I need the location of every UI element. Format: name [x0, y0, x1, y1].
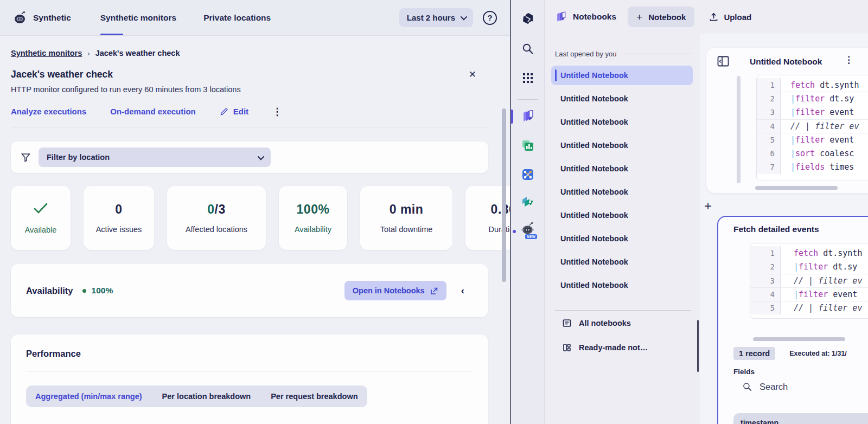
section-title[interactable]: Fetch detailed events [733, 224, 819, 234]
breadcrumb-current: Jacek's weather check [95, 49, 180, 57]
sidebar-section-label: Last opened by you [551, 50, 693, 58]
notebook-list-item[interactable]: Untitled Notebook [551, 159, 693, 178]
notebook-list-item[interactable]: Untitled Notebook [551, 112, 693, 132]
search-placeholder: Search [760, 382, 788, 392]
code-line[interactable]: 3| filter event [757, 106, 868, 119]
tab-synthetic-monitors[interactable]: Synthetic monitors [100, 13, 176, 23]
performance-title: Performance [26, 349, 473, 359]
notebook-list-item[interactable]: Untitled Notebook [551, 205, 693, 225]
dashboards-app-icon[interactable] [520, 138, 535, 153]
sidebar-scrollbar[interactable] [697, 320, 699, 372]
code-line[interactable]: 1fetch dt.synth [750, 246, 868, 260]
section-gutter-handle[interactable] [737, 76, 741, 183]
selected-section-card: Fetch detailed events 1fetch dt.synth2| … [717, 216, 868, 424]
monitor-subtitle: HTTP monitor configured to run every 60 … [11, 85, 499, 94]
stat-card-availability: 100%Availability [279, 186, 347, 250]
horizontal-scrollbar[interactable] [753, 337, 845, 341]
synthetic-content: Synthetic monitors › Jacek's weather che… [0, 49, 510, 424]
upload-icon [709, 12, 718, 22]
code-line[interactable]: 3// | filter ev [750, 274, 868, 287]
notebooks-app-icon[interactable] [520, 108, 535, 124]
collapse-sidebar-icon[interactable] [717, 56, 729, 69]
notebook-document-card: Untitled Notebook ⋮ 1fetch dt.synth2| fi… [706, 48, 868, 193]
notebook-list-item[interactable]: Untitled Notebook [551, 275, 693, 295]
open-in-notebooks-button[interactable]: Open in Notebooks [344, 281, 446, 300]
on-demand-execution-button[interactable]: On-demand execution [110, 107, 196, 116]
notebook-list-item[interactable]: Untitled Notebook [551, 229, 693, 248]
section-label-rule [624, 54, 692, 54]
dynatrace-logo-icon[interactable] [520, 11, 535, 26]
dql-editor[interactable]: 1fetch dt.synth2| filter dt.sy3| filter … [756, 75, 868, 181]
notebook-list-item[interactable]: Untitled Notebook [551, 136, 693, 155]
notebook-content: Untitled Notebook ⋮ 1fetch dt.synth2| fi… [700, 34, 868, 424]
check-icon [33, 202, 48, 214]
more-options-kebab[interactable]: ⋮ [272, 108, 282, 115]
workflows-app-icon[interactable] [520, 167, 535, 182]
code-line[interactable]: 6| sort coalesc [757, 146, 868, 160]
chevron-down-icon [258, 153, 265, 160]
clouds-app-icon[interactable] [520, 194, 535, 209]
collapse-chevron[interactable]: ‹ [461, 285, 464, 297]
executed-at-text: Executed at: 1/31/ [789, 350, 847, 357]
vertical-scrollbar[interactable] [502, 108, 506, 282]
breadcrumb-link[interactable]: Synthetic monitors [11, 49, 82, 57]
app-root: Synthetic Synthetic monitorsPrivate loca… [0, 0, 868, 424]
synthetic-tabs: Synthetic monitorsPrivate locations [100, 13, 271, 23]
synthetic-header: Synthetic Synthetic monitorsPrivate loca… [0, 0, 510, 36]
search-icon[interactable] [520, 41, 535, 56]
code-line[interactable]: 7| fields times [757, 160, 868, 174]
template-icon [562, 343, 572, 352]
upload-button[interactable]: Upload [709, 12, 751, 22]
app-rail: NEW [511, 0, 545, 424]
app-grid-icon[interactable] [520, 70, 535, 86]
notebooks-header: Notebooks + Notebook Upload [545, 0, 868, 34]
notebook-list-item[interactable]: Untitled Notebook [551, 182, 693, 202]
timeframe-selector[interactable]: Last 2 hours [399, 8, 473, 27]
add-section-button[interactable]: + [704, 200, 712, 213]
code-line[interactable]: 4// | filter ev [757, 119, 868, 133]
filter-bar: Filter by location [11, 142, 488, 173]
dql-editor[interactable]: 1fetch dt.synth2| filter dt.sy3// | filt… [750, 243, 868, 319]
notebook-list: Untitled NotebookUntitled NotebookUntitl… [551, 66, 693, 295]
all-notebooks-label: All notebooks [579, 319, 631, 327]
field-row-timestamp[interactable]: timestamp [733, 413, 868, 424]
notebook-list-item[interactable]: Untitled Notebook [551, 252, 693, 272]
code-line[interactable]: 5// | filter ev [750, 301, 868, 314]
stat-card-total-downtime: 0 minTotal downtime [360, 186, 452, 250]
notebook-list-item[interactable]: Untitled Notebook [551, 66, 693, 85]
filter-by-location-dropdown[interactable]: Filter by location [39, 147, 271, 167]
notebooks-app-title: Notebooks [573, 12, 616, 22]
stat-card-available: Available [11, 186, 71, 250]
code-line[interactable]: 2| filter dt.sy [750, 260, 868, 273]
close-icon[interactable]: ✕ [469, 69, 476, 80]
page-title: Jacek's weather check [11, 69, 113, 80]
status-dot [82, 289, 86, 293]
breadcrumb: Synthetic monitors › Jacek's weather che… [11, 49, 499, 57]
perf-tab[interactable]: Per request breakdown [271, 392, 358, 401]
fields-label: Fields [733, 368, 755, 376]
availability-title: Availability [26, 286, 73, 296]
synthetic-panel: Synthetic Synthetic monitorsPrivate loca… [0, 0, 510, 424]
edit-button[interactable]: Edit [220, 107, 248, 116]
help-button[interactable]: ? [483, 11, 497, 25]
perf-tab[interactable]: Per location breakdown [162, 392, 251, 401]
all-notebooks-item[interactable]: All notebooks [551, 311, 693, 335]
ready-made-notebooks-item[interactable]: Ready-made not… [551, 335, 693, 359]
code-line[interactable]: 1fetch dt.synth [757, 78, 868, 92]
rail-active-indicator [511, 110, 513, 124]
divider [11, 127, 488, 127]
new-notebook-button[interactable]: + Notebook [628, 7, 694, 27]
perf-tab[interactable]: Aggregated (min/max range) [35, 392, 142, 401]
pencil-icon [220, 107, 228, 116]
notebook-title[interactable]: Untitled Notebook [750, 57, 822, 67]
analyze-executions-button[interactable]: Analyze executions [11, 107, 86, 116]
code-line[interactable]: 5| filter event [757, 133, 868, 146]
fields-search-input[interactable]: Search [742, 382, 788, 392]
code-line[interactable]: 4| filter event [750, 287, 868, 301]
notebook-kebab-menu[interactable]: ⋮ [844, 54, 853, 66]
tab-private-locations[interactable]: Private locations [203, 13, 271, 23]
open-in-new-icon [430, 287, 438, 295]
horizontal-scrollbar[interactable] [755, 186, 838, 190]
code-line[interactable]: 2| filter dt.sy [757, 92, 868, 105]
notebook-list-item[interactable]: Untitled Notebook [551, 89, 693, 108]
